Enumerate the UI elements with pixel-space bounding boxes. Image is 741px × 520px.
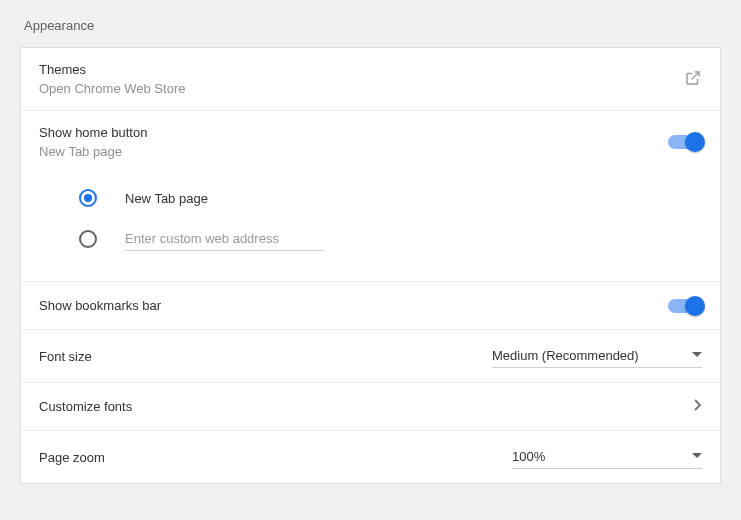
appearance-card: Themes Open Chrome Web Store Show home b…	[20, 47, 721, 484]
page-zoom-select[interactable]: 100%	[512, 445, 702, 469]
radio-unselected-icon	[79, 230, 97, 248]
toggle-knob	[685, 132, 705, 152]
radio-selected-icon	[79, 189, 97, 207]
page-zoom-label: Page zoom	[39, 450, 105, 465]
home-button-options: New Tab page	[21, 173, 720, 282]
themes-label: Themes	[39, 62, 185, 77]
home-button-row: Show home button New Tab page	[21, 111, 720, 173]
home-button-toggle[interactable]	[668, 135, 702, 149]
toggle-knob	[685, 296, 705, 316]
dropdown-arrow-icon	[692, 348, 702, 363]
chevron-right-icon	[694, 399, 702, 414]
font-size-value: Medium (Recommended)	[492, 348, 639, 363]
custom-address-input[interactable]	[125, 227, 325, 251]
external-link-icon	[684, 69, 702, 90]
radio-option-new-tab[interactable]: New Tab page	[39, 179, 702, 217]
font-size-select[interactable]: Medium (Recommended)	[492, 344, 702, 368]
radio-new-tab-label: New Tab page	[125, 191, 208, 206]
svg-line-0	[692, 72, 700, 80]
bookmarks-bar-toggle[interactable]	[668, 299, 702, 313]
customize-fonts-row[interactable]: Customize fonts	[21, 383, 720, 431]
dropdown-arrow-icon	[692, 449, 702, 464]
customize-fonts-label: Customize fonts	[39, 399, 132, 414]
bookmarks-bar-row: Show bookmarks bar	[21, 282, 720, 330]
themes-row[interactable]: Themes Open Chrome Web Store	[21, 48, 720, 111]
page-zoom-value: 100%	[512, 449, 545, 464]
radio-option-custom[interactable]	[39, 217, 702, 261]
themes-sublabel: Open Chrome Web Store	[39, 81, 185, 96]
font-size-label: Font size	[39, 349, 92, 364]
home-button-label: Show home button	[39, 125, 147, 140]
section-title: Appearance	[20, 0, 721, 47]
page-zoom-row: Page zoom 100%	[21, 431, 720, 483]
bookmarks-bar-label: Show bookmarks bar	[39, 298, 161, 313]
home-button-sublabel: New Tab page	[39, 144, 147, 159]
font-size-row: Font size Medium (Recommended)	[21, 330, 720, 383]
